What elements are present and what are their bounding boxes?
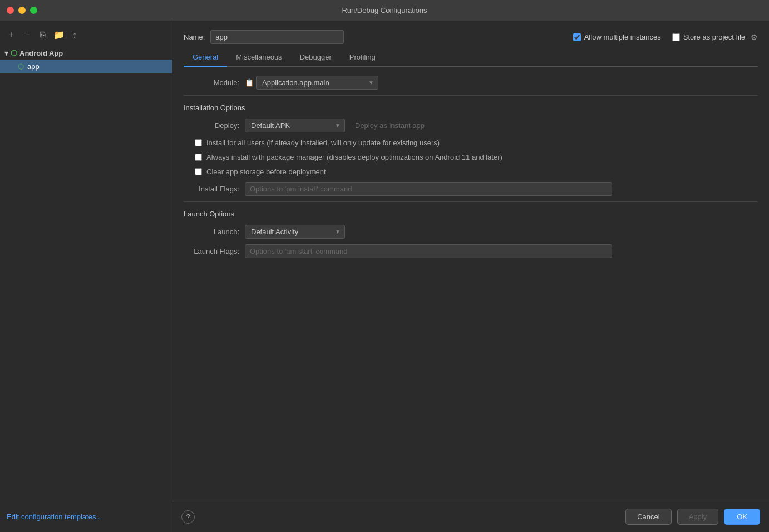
minimize-button[interactable]: [18, 7, 26, 14]
sort-icon: ↕: [72, 30, 77, 40]
launch-select-wrapper: Default Activity Specified Activity Noth…: [245, 225, 345, 239]
sidebar-group-label: Android App: [19, 49, 63, 57]
minus-icon: －: [23, 29, 32, 41]
tab-miscellaneous-label: Miscellaneous: [236, 53, 282, 61]
footer-left: ?: [181, 510, 195, 524]
tabs-bar: General Miscellaneous Debugger Profiling: [184, 48, 758, 67]
install-package-manager-label: Always install with package manager (dis…: [206, 152, 502, 162]
tab-general-label: General: [193, 53, 218, 61]
footer: ? Cancel Apply OK: [172, 501, 769, 532]
divider-1: [184, 95, 758, 96]
module-select-wrapper: 📋 Application.app.main app ▼: [245, 76, 378, 90]
divider-2: [184, 201, 758, 202]
store-project-checkbox-label[interactable]: Store as project file ⚙: [672, 33, 758, 42]
launch-flags-label: Launch Flags:: [184, 247, 239, 255]
content-area: Name: Allow multiple instances Store as …: [172, 21, 769, 532]
sidebar-group-android-app[interactable]: ▾ ⬡ Android App: [0, 46, 172, 60]
launch-flags-row: Launch Flags:: [184, 244, 758, 258]
help-button[interactable]: ?: [181, 510, 195, 524]
add-icon: ＋: [7, 29, 16, 41]
window-title: Run/Debug Configurations: [342, 6, 427, 14]
ok-button[interactable]: OK: [724, 509, 760, 525]
gear-icon[interactable]: ⚙: [751, 33, 758, 42]
deploy-select-wrapper: Default APK APK from app bundle Nothing …: [245, 119, 345, 132]
module-icon: 📋: [245, 78, 254, 87]
launch-row: Launch: Default Activity Specified Activ…: [184, 225, 758, 239]
checkboxes-row: Allow multiple instances Store as projec…: [573, 33, 758, 42]
maximize-button[interactable]: [30, 7, 37, 14]
sidebar-item-app[interactable]: ⬡ app: [0, 60, 172, 73]
install-all-users-label: Install for all users (if already instal…: [206, 138, 440, 148]
android-icon: ⬡: [11, 48, 17, 57]
module-label: Module:: [184, 78, 239, 87]
install-all-users-row: Install for all users (if already instal…: [184, 138, 758, 148]
store-project-checkbox[interactable]: [672, 33, 680, 41]
deploy-instant-label: Deploy as instant app: [355, 121, 425, 130]
sidebar-item-label: app: [27, 62, 40, 71]
launch-label: Launch:: [184, 228, 239, 236]
apply-button[interactable]: Apply: [677, 509, 719, 525]
config-header: Name: Allow multiple instances Store as …: [172, 21, 769, 48]
sidebar: ＋ － ⎘ 📁 ↕ ▾ ⬡ Android App ⬡ app Edit con…: [0, 21, 172, 532]
module-row: Module: 📋 Application.app.main app ▼: [184, 76, 758, 90]
tab-debugger[interactable]: Debugger: [291, 48, 341, 67]
install-flags-input[interactable]: [245, 182, 612, 196]
chevron-down-icon: ▾: [4, 49, 8, 57]
window-controls: [7, 7, 37, 14]
sort-config-button[interactable]: ↕: [70, 29, 79, 41]
tab-miscellaneous[interactable]: Miscellaneous: [227, 48, 290, 67]
module-select[interactable]: Application.app.main app: [256, 76, 378, 90]
add-config-button[interactable]: ＋: [4, 28, 18, 42]
tab-profiling[interactable]: Profiling: [341, 48, 384, 67]
deploy-row: Deploy: Default APK APK from app bundle …: [184, 119, 758, 132]
tab-general[interactable]: General: [184, 48, 227, 67]
clear-storage-row: Clear app storage before deployment: [184, 167, 758, 177]
install-flags-row: Install Flags:: [184, 182, 758, 196]
clear-storage-checkbox[interactable]: [195, 168, 202, 175]
title-bar: Run/Debug Configurations: [0, 0, 769, 21]
folder-config-button[interactable]: 📁: [51, 28, 67, 41]
edit-templates-link[interactable]: Edit configuration templates...: [0, 506, 172, 528]
tab-debugger-label: Debugger: [300, 53, 332, 61]
installation-options-title: Installation Options: [184, 104, 758, 112]
name-row: Name:: [184, 30, 564, 44]
content-scrollable: General Miscellaneous Debugger Profiling…: [172, 48, 769, 501]
deploy-label: Deploy:: [184, 121, 239, 130]
name-label: Name:: [184, 33, 205, 41]
footer-right: Cancel Apply OK: [625, 509, 760, 525]
install-flags-label: Install Flags:: [184, 185, 239, 193]
install-package-manager-row: Always install with package manager (dis…: [184, 152, 758, 162]
copy-config-button[interactable]: ⎘: [38, 29, 48, 41]
install-all-users-checkbox[interactable]: [195, 139, 202, 146]
cancel-button[interactable]: Cancel: [625, 509, 671, 525]
sidebar-toolbar: ＋ － ⎘ 📁 ↕: [0, 26, 172, 46]
install-package-manager-checkbox[interactable]: [195, 154, 202, 161]
app-run-icon: ⬡: [18, 62, 24, 71]
allow-multiple-label: Allow multiple instances: [584, 33, 661, 41]
allow-multiple-checkbox-label[interactable]: Allow multiple instances: [573, 33, 661, 41]
store-project-label: Store as project file: [683, 33, 745, 41]
name-input[interactable]: [210, 30, 344, 44]
folder-icon: 📁: [53, 29, 65, 40]
main-layout: ＋ － ⎘ 📁 ↕ ▾ ⬡ Android App ⬡ app Edit con…: [0, 21, 769, 532]
launch-options-title: Launch Options: [184, 210, 758, 218]
clear-storage-label: Clear app storage before deployment: [206, 167, 326, 177]
close-button[interactable]: [7, 7, 14, 14]
copy-icon: ⎘: [40, 30, 46, 40]
tab-profiling-label: Profiling: [349, 53, 376, 61]
help-icon: ?: [186, 513, 190, 521]
deploy-select[interactable]: Default APK APK from app bundle Nothing: [245, 119, 345, 132]
allow-multiple-checkbox[interactable]: [573, 33, 581, 41]
launch-flags-input[interactable]: [245, 244, 612, 258]
remove-config-button[interactable]: －: [21, 28, 34, 42]
launch-select[interactable]: Default Activity Specified Activity Noth…: [245, 225, 345, 239]
